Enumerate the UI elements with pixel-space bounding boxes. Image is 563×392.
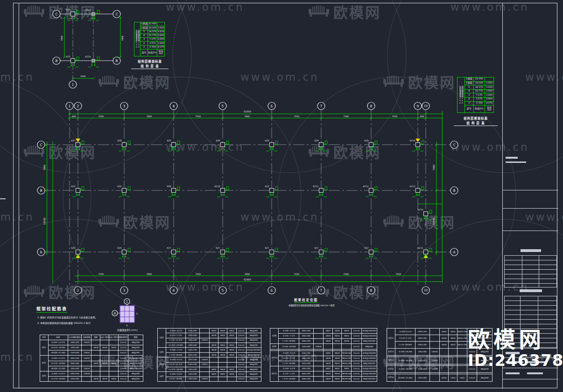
elevation-cell: 3.600 [157,26,165,30]
column-label: KZ7 [265,247,269,249]
grid-bubble-label: 8 [370,104,373,108]
column-flag [177,141,180,144]
schedule-cell: 1(4×4) [236,338,246,343]
grid-bubble-label: 2 [77,288,79,293]
column-dim: 400 [96,66,99,68]
schedule-cell: 500×500 [68,366,82,371]
column-flag [97,10,99,14]
dim-text: 7800 [121,35,124,41]
schedule-cell: 600×700 [299,366,313,371]
column-dim: 250 [316,257,319,259]
schedule-column-id: KZ15 [387,365,395,373]
arrow-head [172,149,173,151]
schedule-cell: 600×700 [415,342,430,348]
column-dim: 250 [176,257,180,259]
column-dim: 400 [75,19,79,21]
column-dim: 350 [274,150,278,152]
schedule-header-cell: b×h(圆柱直径) [68,335,82,340]
column-flag [128,187,130,190]
schedule-cell: 1(5×4) [236,352,246,357]
schedule-cell: 3Φ16 [218,343,227,348]
schedule-column-id: KZ14 [387,357,395,364]
column-label: KZ7 [364,247,368,249]
column-dim: 250 [274,257,278,259]
grid-bubble-label: 6 [271,104,273,108]
column-flag [375,248,377,252]
elevation-cell: 3.600 [157,42,165,45]
schedule-cell: 4Φ22 [324,329,332,334]
schedule-cell: 1(3×3) [467,374,477,382]
column-section [76,189,80,193]
elevation-table-caption: 结 构 层 高 [454,121,498,126]
schedule-cell: 1(4×4) [118,340,128,345]
dim-text: 7950 [195,115,201,118]
schedule-cell: 2Φ16 [227,343,236,348]
schedule-cell: 3Φ18 [100,376,109,381]
schedule-cell [227,357,236,362]
schedule-cell: 1(4×4) [236,343,246,348]
brand-watermark-id: ID:2463781 [468,351,563,370]
column-flag [429,210,432,213]
schedule-cell: -0.500~18.000 [395,357,415,364]
column-label: KZ7 [216,247,220,249]
schedule-cell [209,338,218,343]
grid-bubble-label: B [115,59,118,63]
schedule-cell: 3Φ20+2Φ16 [457,329,467,335]
column-dim: 300 [428,219,432,221]
schedule-cell [457,365,467,373]
dim-text: 7950 [395,273,401,275]
column-label: KZ9 [167,140,171,142]
schedule-column-id: KZ8 [270,329,279,344]
column-dim: 250 [373,257,377,259]
schedule-cell: 12Φ16 [429,365,439,373]
arrow-head [369,256,371,258]
schedule-cell: 18.000~21.000 [395,374,415,382]
schedule-cell [218,357,227,362]
schedule-cell: 4Φ18 [439,342,448,348]
schedule-cell: 3Φ22 [332,366,341,371]
arrow-head [221,149,222,151]
concrete-grade-label: 柱砼强度等级C30 [135,30,137,48]
section-outline [120,306,134,322]
dim-text: 400 [72,115,76,118]
column-dim: 250 [316,150,319,152]
schedule-cell: Φ8@200 [246,377,261,381]
column-label: KZ5 [117,185,121,188]
column-dim: 350 [373,150,377,152]
dim-text: 7950 [98,273,104,275]
grid-bubble-label: 9 [417,104,419,108]
column-flag [325,248,327,252]
dim-text: 10500 [433,217,435,224]
elevation-cell: 3.630 [157,30,165,34]
frame-column-KZ3: 400400KZ3 [71,247,84,259]
column-dim: 400 [80,257,84,259]
schedule-cell: 7.170~18.000 [395,342,415,348]
schedule-cell: Φ8@200 [128,376,143,381]
column-section [416,143,420,147]
schedule-cell: 500×500 [415,374,430,382]
column-dim: 400 [412,196,416,198]
arrow-head [369,149,371,151]
column-label: KZ2 [71,185,75,188]
schedule-column-id: KZ7 [158,372,166,382]
schedule-cell: 3Φ18 [109,376,119,381]
section-b-label: b [126,324,127,327]
column-label: KZ9 [364,140,368,142]
frame-column-KZ11: 400400KZ11 [417,247,432,259]
grid-bubble-label: 3 [123,288,126,293]
column-flag [177,187,180,190]
frame-column-KZ9: 250350KZ9 [167,140,180,152]
schedule-cell: 3.570~7.170 [279,334,299,339]
schedule-cell: 1(4×5) [351,356,361,361]
schedule-cell: 3Φ16 [218,333,227,338]
column-flag [77,10,79,14]
elevation-cell: 4 [464,89,473,93]
schedule-cell [449,365,457,373]
schedule-cell [100,366,109,371]
schedule-cell: 12Φ18 [82,366,91,371]
dim-text: 7500 [343,273,349,275]
elevation-cell: 4.070 [157,45,165,49]
schedule-cell: 14.370~18.000 [48,345,68,350]
grid-bubble-label: C [453,143,455,147]
column-label: KZ1a [85,9,91,11]
